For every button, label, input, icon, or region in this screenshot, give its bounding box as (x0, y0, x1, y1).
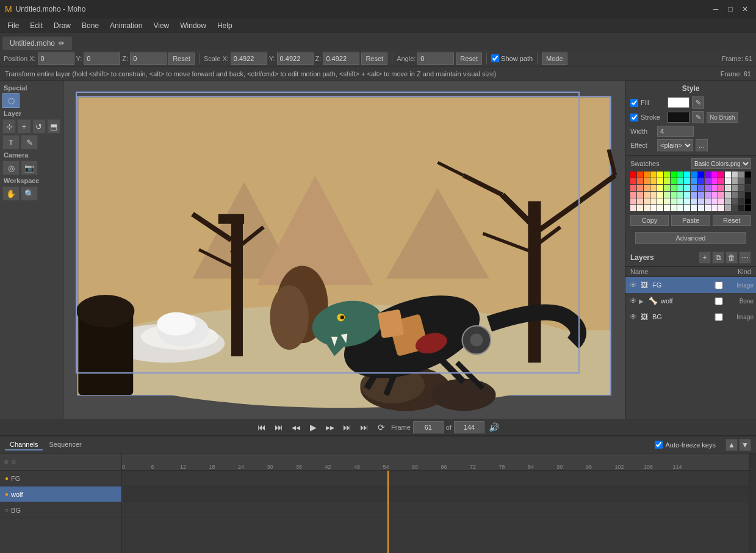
layer-row-wolf[interactable]: 👁 ▶ 🦴 wolf Bone (625, 293, 756, 309)
color-cell[interactable] (671, 172, 677, 178)
timeline-tracks[interactable] (122, 471, 749, 553)
color-cell[interactable] (691, 178, 697, 184)
color-cell[interactable] (664, 185, 670, 191)
color-cell[interactable] (684, 172, 690, 178)
play-button[interactable]: ▶ (306, 421, 320, 434)
color-cell[interactable] (657, 192, 663, 198)
timeline-scrollbar-v[interactable] (749, 454, 756, 553)
color-cell[interactable] (677, 198, 683, 204)
reset-position-button[interactable]: Reset (168, 52, 195, 65)
color-cell[interactable] (725, 185, 731, 191)
color-cell[interactable] (691, 185, 697, 191)
layer-options-button[interactable]: ⋯ (739, 251, 751, 264)
swatches-file-select[interactable]: Basic Colors.png (691, 158, 751, 169)
no-brush-button[interactable]: No Brush (707, 112, 738, 123)
color-cell[interactable] (718, 205, 724, 211)
zoom-tool[interactable]: 🔍 (21, 186, 38, 201)
menu-bone[interactable]: Bone (77, 20, 104, 31)
color-cell[interactable] (644, 185, 650, 191)
color-cell[interactable] (650, 192, 657, 198)
color-cell[interactable] (725, 198, 731, 204)
maximize-button[interactable]: □ (724, 3, 736, 15)
stroke-color-swatch[interactable] (668, 112, 689, 123)
canvas-area[interactable] (63, 81, 625, 419)
color-cell[interactable] (684, 198, 690, 204)
color-cell[interactable] (637, 185, 643, 191)
layer-check-wolf[interactable] (715, 297, 723, 305)
color-cell[interactable] (664, 178, 670, 184)
color-cell[interactable] (671, 178, 677, 184)
color-cell[interactable] (732, 198, 738, 204)
angle-input[interactable] (417, 52, 454, 65)
rotate-tool[interactable]: ↺ (32, 119, 46, 134)
color-cell[interactable] (711, 172, 718, 178)
color-cell[interactable] (657, 172, 663, 178)
scale-z-input[interactable] (323, 52, 359, 65)
color-cell[interactable] (705, 198, 711, 204)
color-cell[interactable] (684, 178, 690, 184)
layer-visibility-bg[interactable]: 👁 (628, 313, 639, 321)
color-cell[interactable] (738, 178, 744, 184)
color-cell[interactable] (637, 172, 643, 178)
color-cell[interactable] (725, 205, 731, 211)
pan-tool[interactable]: ✋ (2, 186, 20, 201)
fill-checkbox[interactable] (630, 99, 638, 107)
color-cell[interactable] (745, 185, 751, 191)
audio-icon[interactable]: 🔊 (487, 421, 502, 434)
auto-freeze-checkbox[interactable] (655, 441, 663, 449)
color-cell[interactable] (650, 198, 657, 204)
advanced-button[interactable]: Advanced (635, 232, 746, 244)
minimize-button[interactable]: ─ (710, 3, 722, 15)
color-cell[interactable] (684, 205, 690, 211)
color-cell[interactable] (644, 192, 650, 198)
color-cell[interactable] (691, 192, 697, 198)
color-cell[interactable] (698, 198, 704, 204)
layer-expand-wolf[interactable]: ▶ (639, 298, 647, 305)
effect-more-button[interactable]: … (696, 139, 708, 151)
color-cell[interactable] (698, 192, 704, 198)
reset-swatch-button[interactable]: Reset (713, 215, 751, 226)
color-cell[interactable] (718, 172, 724, 178)
scale-x-input[interactable] (231, 52, 267, 65)
color-cell[interactable] (698, 172, 704, 178)
color-cell[interactable] (698, 205, 704, 211)
color-cell[interactable] (664, 198, 670, 204)
color-cell[interactable] (671, 205, 677, 211)
color-cell[interactable] (637, 192, 643, 198)
color-cell[interactable] (664, 205, 670, 211)
text-tool[interactable]: T (2, 135, 20, 150)
color-cell[interactable] (650, 178, 657, 184)
tl-layer-wolf[interactable]: ● wolf (0, 486, 121, 502)
color-cell[interactable] (698, 178, 704, 184)
color-cell[interactable] (732, 185, 738, 191)
color-cell[interactable] (725, 192, 731, 198)
add-point-tool[interactable]: + (17, 119, 31, 134)
width-input[interactable] (657, 126, 694, 137)
color-cell[interactable] (745, 198, 751, 204)
color-cell[interactable] (630, 185, 636, 191)
color-cell[interactable] (644, 178, 650, 184)
effect-select[interactable]: <plain> (657, 139, 693, 151)
prev-keyframe-button[interactable]: ⏭ (272, 421, 286, 434)
menu-animation[interactable]: Animation (105, 20, 147, 31)
total-frames-input[interactable] (454, 421, 484, 433)
color-cell[interactable] (664, 192, 670, 198)
color-cell[interactable] (677, 192, 683, 198)
timeline-down-button[interactable]: ▼ (739, 439, 751, 451)
step-forward-button[interactable]: ▸▸ (323, 421, 337, 434)
new-layer-button[interactable]: + (699, 251, 711, 264)
menu-draw[interactable]: Draw (49, 20, 76, 31)
tl-layer-fg[interactable]: ● FG (0, 471, 121, 486)
color-cell[interactable] (732, 205, 738, 211)
copy-swatch-button[interactable]: Copy (630, 215, 669, 226)
step-back-button[interactable]: ◂◂ (289, 421, 303, 434)
layer-row-bg[interactable]: 👁 🖼 BG Image (625, 309, 756, 325)
color-cell[interactable] (691, 198, 697, 204)
color-cell[interactable] (644, 205, 650, 211)
scale-y-input[interactable] (277, 52, 314, 65)
color-cell[interactable] (630, 172, 636, 178)
layer-check-bg[interactable] (715, 313, 723, 321)
next-keyframe-button[interactable]: ⏭ (340, 421, 355, 434)
color-cell[interactable] (738, 198, 744, 204)
layer-check-fg[interactable] (715, 281, 723, 289)
